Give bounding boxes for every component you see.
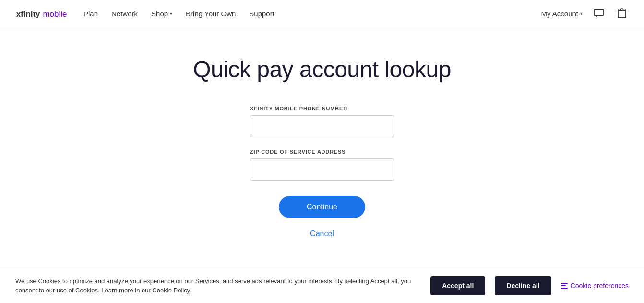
cart-icon[interactable]: [615, 7, 629, 20]
bars-icon: [561, 283, 568, 289]
account-chevron-icon: ▾: [580, 11, 583, 16]
logo[interactable]: xfinity mobile: [15, 6, 68, 21]
continue-button[interactable]: Continue: [279, 196, 365, 218]
phone-field-group: XFINITY MOBILE PHONE NUMBER: [250, 106, 394, 137]
svg-rect-2: [594, 9, 604, 16]
shop-chevron-icon: ▾: [170, 11, 172, 16]
cancel-link[interactable]: Cancel: [310, 230, 334, 238]
decline-all-button[interactable]: Decline all: [495, 276, 551, 295]
svg-text:mobile: mobile: [43, 10, 67, 19]
accept-all-button[interactable]: Accept all: [430, 276, 485, 295]
nav-item-plan[interactable]: Plan: [83, 10, 98, 18]
nav-item-network[interactable]: Network: [111, 10, 138, 18]
lookup-form: XFINITY MOBILE PHONE NUMBER ZIP CODE OF …: [250, 106, 394, 238]
cookie-banner: We use Cookies to optimize and analyze y…: [0, 268, 644, 303]
main-content: Quick pay account lookup XFINITY MOBILE …: [0, 27, 644, 257]
phone-input[interactable]: [250, 115, 394, 137]
navigation: xfinity mobile Plan Network Shop ▾ Bring…: [0, 0, 644, 27]
nav-item-support[interactable]: Support: [249, 10, 274, 18]
chat-icon[interactable]: [592, 7, 606, 20]
phone-label: XFINITY MOBILE PHONE NUMBER: [250, 106, 394, 111]
svg-rect-3: [618, 11, 626, 18]
cookie-text: We use Cookies to optimize and analyze y…: [15, 277, 421, 295]
cookie-policy-link[interactable]: Cookie Policy: [152, 287, 190, 294]
zip-input[interactable]: [250, 158, 394, 181]
page-title: Quick pay account lookup: [193, 56, 451, 83]
nav-item-bring-your-own[interactable]: Bring Your Own: [186, 10, 236, 18]
zip-label: ZIP CODE OF SERVICE ADDRESS: [250, 149, 394, 155]
logo-svg: xfinity mobile: [15, 6, 68, 21]
my-account-button[interactable]: My Account ▾: [541, 10, 583, 18]
zip-field-group: ZIP CODE OF SERVICE ADDRESS: [250, 149, 394, 181]
nav-links: Plan Network Shop ▾ Bring Your Own Suppo…: [83, 10, 541, 18]
cookie-preferences-link[interactable]: Cookie preferences: [561, 282, 629, 290]
nav-right: My Account ▾: [541, 7, 629, 20]
nav-item-shop[interactable]: Shop ▾: [151, 10, 172, 18]
svg-text:xfinity: xfinity: [16, 10, 40, 19]
